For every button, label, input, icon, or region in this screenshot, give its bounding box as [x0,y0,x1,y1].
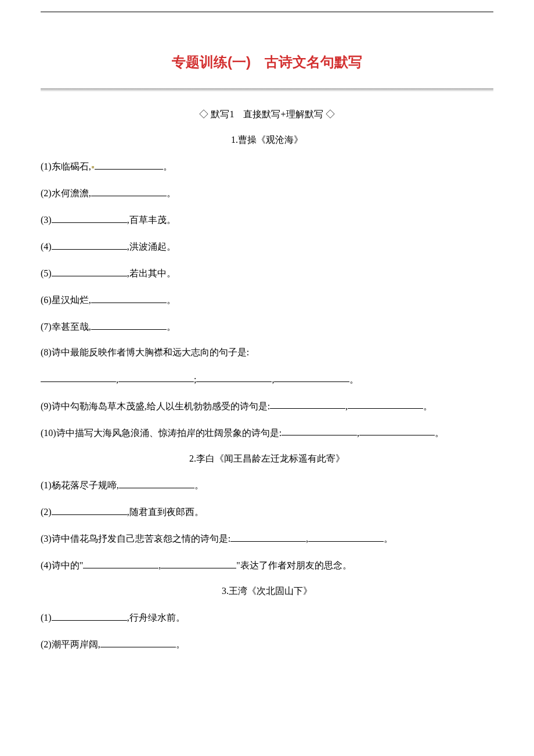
fill-blank[interactable] [83,558,158,568]
period: 。 [167,322,176,332]
q-text: (2)潮平两岸阔, [41,639,100,649]
poem3-title: 3.王湾《次北固山下》 [41,585,493,597]
fill-blank[interactable] [100,637,176,647]
period: 。 [349,374,359,384]
poem3-q2: (2)潮平两岸阔,。 [41,637,493,651]
fill-blank[interactable] [91,186,167,196]
q-text: (3) [41,215,52,225]
q-text: (2) [41,507,52,517]
fill-blank[interactable] [308,531,384,542]
period: 。 [163,161,172,171]
q-text: (2)水何澹澹, [41,188,91,198]
poem1-q1: (1)东临碣石,。 [41,159,493,173]
fill-blank[interactable] [52,610,127,621]
period: 。 [167,295,176,305]
fill-blank[interactable] [52,505,127,515]
fill-blank[interactable] [95,159,163,170]
q-text-tail: ,行舟绿水前。 [127,613,185,622]
fill-blank[interactable] [119,478,194,488]
poem1-title: 1.曹操《观沧海》 [41,134,493,146]
dot-icon [92,166,94,168]
q-text: (4)诗中的" [41,560,83,570]
q-text-tail: ,若出其中。 [127,268,176,278]
q-text-tail: ,随君直到夜郎西。 [127,507,204,517]
fill-blank[interactable] [52,239,127,250]
poem1-q6: (6)星汉灿烂,。 [41,293,493,307]
q-text: (8)诗中最能反映作者博大胸襟和远大志向的句子是: [41,347,249,357]
q-text: (1)杨花落尽子规啼, [41,480,119,490]
fill-blank[interactable] [274,372,349,383]
q-text: (9)诗中勾勒海岛草木茂盛,给人以生机勃勃感受的诗句是: [41,401,270,411]
period: 。 [167,188,176,198]
q-text: (5) [41,268,52,278]
poem2-q3: (3)诗中借花鸟抒发自己悲苦哀怨之情的诗句是:,。 [41,531,493,545]
period: 。 [423,401,432,411]
q-text: (1)东临碣石, [41,161,91,171]
poem1-q3: (3),百草丰茂。 [41,213,493,226]
fill-blank[interactable] [348,399,423,409]
fill-blank[interactable] [91,319,167,330]
q-text: (4) [41,242,52,251]
poem2-q4: (4)诗中的","表达了作者对朋友的思念。 [41,558,493,572]
period: 。 [384,534,393,543]
q-text: (10)诗中描写大海风急浪涌、惊涛拍岸的壮阔景象的诗句是: [41,427,282,437]
poem1-q5: (5),若出其中。 [41,266,493,280]
main-title: 专题训练(一) 古诗文名句默写 [41,52,493,72]
fill-blank[interactable] [270,399,345,409]
poem1-q10: (10)诗中描写大海风急浪涌、惊涛拍岸的壮阔景象的诗句是:,。 [41,426,493,440]
q-text-tail: ,百草丰茂。 [127,215,176,225]
divider [41,88,493,92]
q-text: (7)幸甚至哉, [41,322,91,332]
fill-blank[interactable] [91,293,167,303]
poem1-q2: (2)水何澹澹,。 [41,186,493,200]
q-text-tail: "表达了作者对朋友的思念。 [236,560,352,570]
period: 。 [435,427,444,437]
poem2-title: 2.李白《闻王昌龄左迁龙标遥有此寄》 [41,452,493,465]
fill-blank[interactable] [230,531,306,542]
q-text: (6)星汉灿烂, [41,295,91,305]
fill-blank[interactable] [41,372,116,383]
q8-blanks: ,;,。 [41,372,493,386]
period: 。 [194,480,204,490]
poem1-q8: (8)诗中最能反映作者博大胸襟和远大志向的句子是: ,;,。 [41,346,493,386]
fill-blank[interactable] [52,213,127,223]
fill-blank[interactable] [196,372,272,383]
fill-blank[interactable] [52,266,127,276]
poem1-q4: (4),洪波涌起。 [41,239,493,253]
section-header: ◇ 默写1 直接默写+理解默写 ◇ [41,108,493,121]
poem1-q9: (9)诗中勾勒海岛草木茂盛,给人以生机勃勃感受的诗句是:,。 [41,399,493,413]
fill-blank[interactable] [359,426,435,436]
poem1-q7: (7)幸甚至哉,。 [41,319,493,333]
q-text-tail: ,洪波涌起。 [127,242,176,251]
fill-blank[interactable] [161,558,236,568]
poem2-q1: (1)杨花落尽子规啼,。 [41,478,493,492]
fill-blank[interactable] [118,372,194,383]
header-rule [41,12,493,12]
poem3-q1: (1),行舟绿水前。 [41,610,493,624]
period: 。 [176,639,185,649]
fill-blank[interactable] [282,426,357,436]
q-text: (1) [41,613,52,622]
poem2-q2: (2),随君直到夜郎西。 [41,505,493,519]
q-text: (3)诗中借花鸟抒发自己悲苦哀怨之情的诗句是: [41,534,230,543]
